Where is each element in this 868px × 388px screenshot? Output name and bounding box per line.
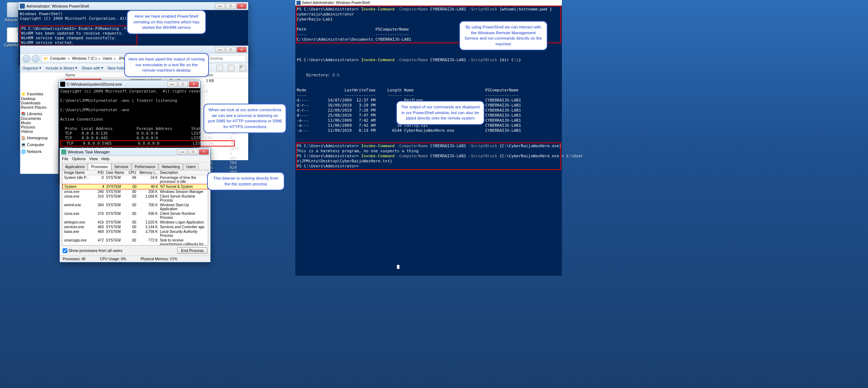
- file-size: 1 KB: [206, 79, 228, 84]
- network-header[interactable]: 🌐 Network: [21, 149, 62, 154]
- help-button[interactable]: ?: [240, 65, 246, 71]
- remote-ps-titlebar[interactable]: Select Administrator: Windows PowerShell: [295, 0, 562, 6]
- callout-piped-output: Here we have piped the output of running…: [124, 53, 209, 77]
- process-table-header[interactable]: Image NamePIDUser NameCPUMemory (...Desc…: [62, 170, 208, 175]
- sidebar-item-pictures[interactable]: Pictures: [21, 125, 62, 129]
- menu-view[interactable]: View: [89, 157, 98, 161]
- sidebar-item-videos[interactable]: Videos: [21, 129, 62, 134]
- explorer-titlebar[interactable]: — □ ✕: [20, 46, 248, 54]
- sidebar-item-documents[interactable]: Documents: [21, 116, 62, 121]
- status-cpu: CPU Usage: 0%: [100, 257, 126, 261]
- process-row[interactable]: smss.exe240SYSTEM00200 KWindows Session …: [62, 189, 208, 194]
- tm-titlebar[interactable]: Windows Task Manager — □ ✕: [60, 148, 210, 156]
- cmd-icon: [60, 82, 65, 87]
- show-all-checkbox[interactable]: Show processes from all users: [63, 248, 122, 253]
- minimize-button[interactable]: —: [215, 47, 225, 53]
- menu-file[interactable]: File: [62, 157, 68, 161]
- process-row[interactable]: winlogon.exe416SYSTEM001,620 KWindows Lo…: [62, 220, 208, 225]
- tab-users[interactable]: Users: [183, 163, 199, 170]
- task-manager-window: Windows Task Manager — □ ✕ File Options …: [59, 148, 211, 262]
- menu-help[interactable]: Help: [101, 157, 109, 161]
- callout-system-listener: This listener is running directly from t…: [207, 172, 285, 190]
- callout-winrm-enabled: Here we have enabled PowerShell remoting…: [127, 10, 206, 34]
- favorites-header[interactable]: ⭐ Favorites: [21, 92, 62, 96]
- maximize-button[interactable]: □: [226, 3, 236, 9]
- ps-title: Administrator: Windows PowerShell: [26, 4, 89, 8]
- cmd-titlebar[interactable]: C:\Windows\system32\cmd.exe — □ ✕: [59, 80, 200, 88]
- process-row[interactable]: lsass.exe468SYSTEM003,756 KLocal Securit…: [62, 229, 208, 238]
- process-table: Image NamePIDUser NameCPUMemory (...Desc…: [62, 170, 208, 245]
- process-row[interactable]: wininit.exe364SYSTEM00700 KWindows Start…: [62, 203, 208, 211]
- status-processes: Processes: 48: [63, 257, 85, 261]
- minimize-button[interactable]: —: [177, 149, 187, 155]
- explorer-sidebar: ⭐ Favorites Desktop Downloads Recent Pla…: [20, 91, 63, 174]
- tm-tabs: Applications Processes Services Performa…: [60, 162, 210, 170]
- preview-button[interactable]: [228, 65, 234, 71]
- process-row[interactable]: csrss.exe376SYSTEM00936 KClient Server R…: [62, 211, 208, 220]
- callout-ps-interact: By using PowerShell we can interact with…: [459, 21, 547, 50]
- tm-title: Windows Task Manager: [68, 150, 110, 154]
- homegroup-header[interactable]: 🏠 Homegroup: [21, 136, 62, 140]
- close-button[interactable]: ✕: [199, 149, 209, 155]
- ps-titlebar[interactable]: Administrator: Windows PowerShell — □ ✕: [18, 2, 248, 10]
- invoke-exe-block: PS C:\Users\Administrator> Invoke-Comman…: [297, 143, 560, 169]
- tm-icon: [61, 149, 66, 154]
- menu-options[interactable]: Options: [72, 157, 86, 161]
- include-library-button[interactable]: Include in library ▾: [46, 66, 77, 70]
- process-row[interactable]: csrss.exe316SYSTEM001,068 KClient Server…: [62, 194, 208, 203]
- minimize-button[interactable]: —: [167, 81, 177, 87]
- close-button[interactable]: ✕: [237, 3, 247, 9]
- view-button[interactable]: [216, 65, 223, 71]
- process-row[interactable]: services.exe460SYSTEM003,144 KServices a…: [62, 225, 208, 229]
- sidebar-item-recent[interactable]: Recent Places: [21, 105, 62, 109]
- organize-button[interactable]: Organize ▾: [22, 66, 41, 70]
- tm-statusbar: Processes: 48 CPU Usage: 0% Physical Mem…: [60, 256, 210, 262]
- sidebar-item-downloads[interactable]: Downloads: [21, 101, 62, 105]
- callout-active-connections: When we look at our active connections w…: [203, 104, 286, 133]
- computer-header[interactable]: 💻 Computer: [21, 143, 62, 147]
- process-row[interactable]: System4SYSTEM0040 KNT Kernel & System: [62, 184, 208, 189]
- status-memory: Physical Memory: 21%: [140, 257, 177, 261]
- netstat-row-5985: TCP 0.0.0.0:5985 0.0.0.0:0 LISTENING 4: [60, 140, 235, 146]
- maximize-button[interactable]: □: [188, 149, 198, 155]
- callout-output-piped: The output of our commands are displayed…: [396, 101, 484, 125]
- close-button[interactable]: ✕: [189, 81, 199, 87]
- share-button[interactable]: Share with ▾: [82, 66, 103, 70]
- ps-icon: [296, 1, 301, 5]
- tab-processes[interactable]: Processes: [88, 163, 111, 170]
- process-row[interactable]: unsecapp.exe472SYSTEM00772 KSink to rece…: [62, 238, 208, 245]
- sidebar-item-music[interactable]: Music: [21, 121, 62, 125]
- cursor: [397, 265, 399, 269]
- back-button[interactable]: [22, 55, 30, 63]
- maximize-button[interactable]: □: [178, 81, 188, 87]
- remote-ps-title: Select Administrator: Windows PowerShell: [302, 1, 370, 5]
- process-row[interactable]: System Idle P...0SYSTEM9924 KPercentage …: [62, 175, 208, 184]
- sidebar-item-desktop[interactable]: Desktop: [21, 96, 62, 101]
- forward-button[interactable]: [32, 55, 40, 63]
- end-process-button[interactable]: End Process: [177, 247, 207, 254]
- close-button[interactable]: ✕: [237, 47, 247, 53]
- tab-applications[interactable]: Applications: [62, 163, 88, 170]
- ps-enable-remoting-block: PS C:\Windows\system32> Enable-PSRemotin…: [20, 26, 137, 46]
- new-folder-button[interactable]: New folder: [108, 66, 127, 70]
- maximize-button[interactable]: □: [226, 47, 236, 53]
- libraries-header[interactable]: 📚 Libraries: [21, 112, 62, 116]
- tab-services[interactable]: Services: [111, 163, 131, 170]
- tab-performance[interactable]: Performance: [131, 163, 158, 170]
- cmd-title: C:\Windows\system32\cmd.exe: [67, 82, 122, 86]
- tm-menubar: File Options View Help: [60, 156, 210, 162]
- ps-icon: [20, 4, 25, 9]
- tab-networking[interactable]: Networking: [158, 163, 183, 170]
- minimize-button[interactable]: —: [215, 3, 225, 9]
